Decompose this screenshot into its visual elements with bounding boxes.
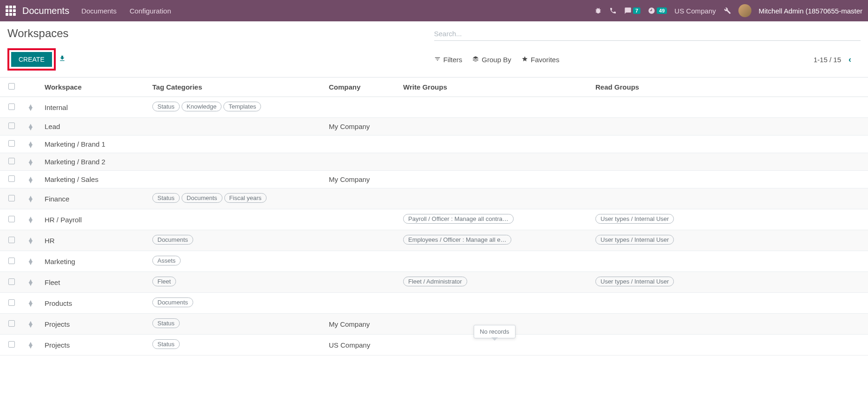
write-groups-cell[interactable] [399, 97, 592, 118]
table-row[interactable]: ▲▼MarketingAssets [0, 251, 868, 272]
pager-prev-icon[interactable]: ‹ [847, 55, 853, 65]
company-cell[interactable]: My Company [325, 314, 399, 335]
row-checkbox[interactable] [8, 237, 15, 243]
company-cell[interactable]: My Company [325, 171, 399, 188]
drag-handle-icon[interactable]: ▲▼ [24, 124, 37, 129]
drag-handle-icon[interactable]: ▲▼ [24, 300, 37, 306]
phone-icon[interactable] [609, 7, 617, 14]
tags-cell[interactable]: Assets [149, 251, 325, 272]
company-cell[interactable] [325, 136, 399, 153]
company-cell[interactable] [325, 272, 399, 293]
write-groups-cell[interactable] [399, 293, 592, 314]
row-checkbox[interactable] [8, 278, 15, 285]
write-groups-cell[interactable] [399, 153, 592, 171]
table-row[interactable]: ▲▼HR / PayrollPayroll / Officer : Manage… [0, 209, 868, 230]
write-groups-cell[interactable]: Fleet / Administrator [399, 272, 592, 293]
workspace-cell[interactable]: Finance [41, 188, 149, 209]
table-row[interactable]: ▲▼FinanceStatusDocumentsFiscal years [0, 188, 868, 209]
user-avatar[interactable] [738, 4, 751, 17]
drag-handle-icon[interactable]: ▲▼ [24, 142, 37, 147]
row-checkbox[interactable] [8, 140, 15, 147]
drag-handle-icon[interactable]: ▲▼ [24, 177, 37, 182]
row-checkbox[interactable] [8, 175, 15, 182]
row-checkbox[interactable] [8, 158, 15, 164]
row-checkbox[interactable] [8, 299, 15, 306]
company-cell[interactable] [325, 251, 399, 272]
write-groups-cell[interactable] [399, 136, 592, 153]
nav-documents[interactable]: Documents [81, 7, 117, 15]
drag-handle-icon[interactable]: ▲▼ [24, 279, 37, 285]
drag-handle-icon[interactable]: ▲▼ [24, 159, 37, 165]
company-cell[interactable] [325, 230, 399, 251]
nav-configuration[interactable]: Configuration [130, 7, 171, 15]
read-groups-cell[interactable] [592, 293, 868, 314]
tags-cell[interactable]: Status [149, 314, 325, 335]
read-groups-cell[interactable]: User types / Internal User [592, 230, 868, 251]
col-read[interactable]: Read Groups [592, 78, 868, 97]
drag-handle-icon[interactable]: ▲▼ [24, 217, 37, 222]
company-cell[interactable] [325, 153, 399, 171]
drag-handle-icon[interactable]: ▲▼ [24, 238, 37, 243]
groupby-button[interactable]: Group By [472, 56, 511, 64]
tag-pill[interactable]: Fleet [152, 277, 176, 286]
table-row[interactable]: ▲▼InternalStatusKnowledgeTemplates [0, 97, 868, 118]
workspace-cell[interactable]: Fleet [41, 272, 149, 293]
read-groups-cell[interactable] [592, 171, 868, 188]
workspace-cell[interactable]: Projects [41, 335, 149, 355]
group-pill[interactable]: Fleet / Administrator [403, 277, 467, 286]
col-tags[interactable]: Tag Categories [149, 78, 325, 97]
write-groups-cell[interactable] [399, 251, 592, 272]
read-groups-cell[interactable] [592, 118, 868, 136]
write-groups-cell[interactable] [399, 171, 592, 188]
favorites-button[interactable]: Favorites [522, 56, 560, 64]
write-groups-cell[interactable]: Employees / Officer : Manage all e… [399, 230, 592, 251]
company-cell[interactable] [325, 293, 399, 314]
drag-handle-icon[interactable]: ▲▼ [24, 342, 37, 348]
tags-cell[interactable]: StatusDocumentsFiscal years [149, 188, 325, 209]
workspace-cell[interactable]: Products [41, 293, 149, 314]
user-name[interactable]: Mitchell Admin (18570655-master [759, 7, 862, 15]
company-cell[interactable] [325, 209, 399, 230]
activities-icon[interactable]: 49 [648, 7, 667, 14]
tags-cell[interactable] [149, 153, 325, 171]
read-groups-cell[interactable] [592, 97, 868, 118]
tags-cell[interactable]: Documents [149, 230, 325, 251]
tags-cell[interactable] [149, 136, 325, 153]
table-row[interactable]: ▲▼Marketing / Brand 1 [0, 136, 868, 153]
read-groups-cell[interactable] [592, 153, 868, 171]
col-company[interactable]: Company [325, 78, 399, 97]
workspace-cell[interactable]: Marketing / Brand 1 [41, 136, 149, 153]
workspace-cell[interactable]: HR [41, 230, 149, 251]
search-input[interactable] [434, 30, 861, 38]
row-checkbox[interactable] [8, 103, 15, 110]
company-cell[interactable] [325, 188, 399, 209]
tools-icon[interactable] [724, 7, 731, 14]
tags-cell[interactable] [149, 118, 325, 136]
workspace-cell[interactable]: HR / Payroll [41, 209, 149, 230]
group-pill[interactable]: Payroll / Officer : Manage all contra… [403, 214, 514, 224]
tags-cell[interactable] [149, 209, 325, 230]
tag-pill[interactable]: Documents [182, 193, 222, 203]
company-switcher[interactable]: US Company [674, 7, 716, 15]
read-groups-cell[interactable]: User types / Internal User [592, 272, 868, 293]
write-groups-cell[interactable] [399, 188, 592, 209]
tag-pill[interactable]: Status [152, 318, 180, 328]
row-checkbox[interactable] [8, 320, 15, 327]
app-title[interactable]: Documents [22, 6, 69, 16]
select-all-checkbox[interactable] [8, 83, 15, 90]
col-workspace[interactable]: Workspace [41, 78, 149, 97]
read-groups-cell[interactable] [592, 188, 868, 209]
table-row[interactable]: ▲▼LeadMy Company [0, 118, 868, 136]
group-pill[interactable]: User types / Internal User [595, 277, 674, 286]
row-checkbox[interactable] [8, 258, 15, 264]
table-row[interactable]: ▲▼Marketing / Brand 2 [0, 153, 868, 171]
drag-handle-icon[interactable]: ▲▼ [24, 196, 37, 201]
read-groups-cell[interactable] [592, 335, 868, 355]
read-groups-cell[interactable] [592, 136, 868, 153]
tags-cell[interactable] [149, 171, 325, 188]
company-cell[interactable] [325, 97, 399, 118]
table-row[interactable]: ▲▼ProjectsStatusMy Company [0, 314, 868, 335]
tags-cell[interactable]: StatusKnowledgeTemplates [149, 97, 325, 118]
apps-menu-icon[interactable] [6, 6, 16, 16]
messages-icon[interactable]: 7 [624, 7, 640, 14]
